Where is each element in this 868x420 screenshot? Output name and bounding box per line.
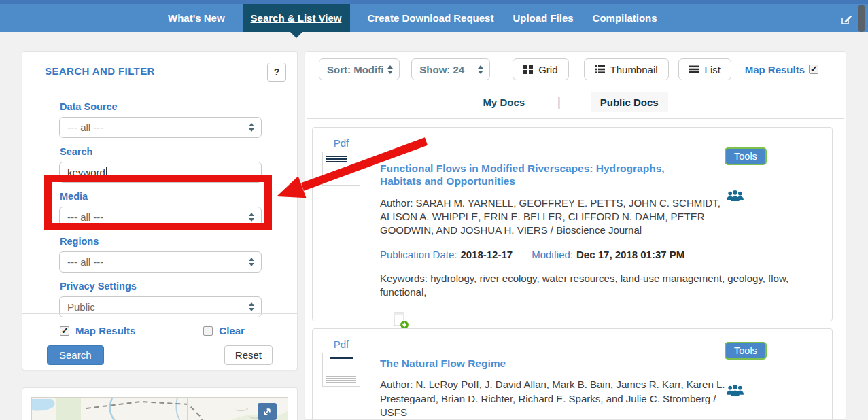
result-card: Pdf Functional Flows in Modified Riversc… [312,127,833,321]
select-arrows-icon [249,258,254,266]
map-results-label: Map Results [75,325,135,336]
clear-checkbox-group[interactable]: Clear [203,325,245,336]
search-label: Search [60,146,262,157]
media-label: Media [60,191,262,202]
tab-public-docs[interactable]: Public Docs [591,92,668,112]
grid-view-button[interactable]: Grid [513,58,568,80]
expand-arrows-icon [262,407,272,417]
map-results-checkbox[interactable] [60,326,69,336]
list-icon [689,65,699,74]
document-keywords: Keywords: hydrology, river ecology, wate… [380,272,807,300]
regions-label: Regions [60,236,262,247]
pdf-type-label[interactable]: Pdf [322,137,360,149]
search-filter-panel: SEARCH AND FILTER ? Data Source --- all … [22,51,298,370]
select-arrows-icon [478,65,483,74]
results-list: Pdf Functional Flows in Modified Riversc… [305,119,846,420]
map-image [32,398,288,420]
divider [45,90,285,90]
media-select[interactable]: --- all --- [59,207,262,228]
results-panel: Sort: Modifi Show: 24 Grid [305,51,846,420]
result-card: Pdf The Natural Flow Regime Author: N. L… [312,328,833,420]
privacy-settings-label: Privacy Settings [60,281,262,292]
document-author: Author: SARAH M. YARNELL, GEOFFREY E. PE… [380,196,737,238]
map-preview[interactable] [31,397,288,420]
document-title-link[interactable]: The Natural Flow Regime [380,357,682,370]
thumbnail-view-button[interactable]: Thumbnail [584,58,669,80]
grid-icon [523,65,533,74]
map-expand-button[interactable] [258,403,277,420]
document-thumbnail[interactable] [322,152,360,186]
data-source-label: Data Source [60,101,262,112]
regions-select[interactable]: --- all --- [59,251,262,273]
nav-item-whats-new[interactable]: What's New [167,12,226,24]
show-count-select[interactable]: Show: 24 [411,58,490,80]
document-title-link[interactable]: Functional Flows in Modified Riverscapes… [380,162,682,188]
document-author: Author: N. LeRoy Poff, J. David Allan, M… [380,378,737,419]
search-input[interactable]: keyword [59,162,262,183]
page-scrollbar[interactable] [858,5,865,32]
main-nav: What's New Search & List View Create Dow… [167,4,659,32]
tab-my-docs[interactable]: My Docs [483,97,525,108]
search-button[interactable]: Search [47,345,104,365]
top-nav-bar: What's New Search & List View Create Dow… [0,0,868,32]
search-filter-title: SEARCH AND FILTER [45,63,155,77]
select-arrows-icon [249,123,254,132]
map-results-checkbox-group[interactable]: Map Results [60,325,135,336]
map-preview-card [22,387,298,420]
toolbar-map-results-label: Map Results [745,64,805,75]
publication-date-value: 2018-12-17 [460,249,513,260]
page: What's New Search & List View Create Dow… [0,0,868,420]
edit-icon[interactable] [839,13,853,27]
select-arrows-icon [249,302,254,311]
shared-users-icon[interactable] [726,384,744,396]
select-arrows-icon [387,65,393,74]
modified-label: Modified: [532,249,573,260]
nav-item-search-list-view[interactable]: Search & List View [243,4,350,32]
tab-separator: | [557,95,561,109]
publication-date-label: Publication Date: [380,249,457,260]
shared-users-icon[interactable] [726,190,744,202]
tools-button[interactable]: Tools [725,147,767,165]
sort-select[interactable]: Sort: Modifi [319,58,400,80]
toolbar-map-results-checkbox[interactable] [809,65,818,74]
thumbnail-list-icon [595,65,605,74]
clear-checkbox[interactable] [203,326,213,336]
nav-item-create-download-request[interactable]: Create Download Request [366,12,496,24]
pdf-type-label[interactable]: Pdf [322,338,360,350]
clear-label: Clear [219,325,245,336]
data-source-select[interactable]: --- all --- [59,117,262,138]
reset-button[interactable]: Reset [224,345,273,365]
text-caret [106,167,107,178]
results-toolbar: Sort: Modifi Show: 24 Grid [305,52,846,80]
docs-tabs: My Docs | Public Docs [305,92,846,112]
tools-button[interactable]: Tools [725,342,767,360]
nav-item-upload-files[interactable]: Upload Files [511,12,574,24]
toolbar-map-results-toggle[interactable]: Map Results [745,64,818,75]
document-thumbnail[interactable] [322,353,360,387]
help-button[interactable]: ? [267,63,286,82]
modified-value: Dec 17, 2018 01:37 PM [576,249,684,260]
nav-item-compilations[interactable]: Compilations [591,12,659,24]
select-arrows-icon [249,213,254,222]
list-view-button[interactable]: List [678,58,731,80]
